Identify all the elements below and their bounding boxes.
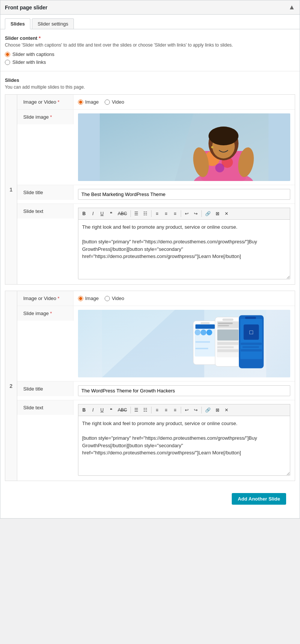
slide-2-quote-btn[interactable]: ❝	[107, 406, 115, 414]
tab-slider-settings[interactable]: Slider settings	[32, 18, 74, 29]
slide-1-content: Image or Video * Image Video	[17, 95, 295, 284]
slide-1-redo-btn[interactable]: ↪	[192, 210, 200, 218]
svg-rect-30	[218, 325, 229, 326]
svg-text:□: □	[249, 329, 253, 335]
slide-2-redo-btn[interactable]: ↪	[192, 406, 200, 414]
slide-2-align-center-btn[interactable]: ≡	[162, 406, 170, 414]
svg-rect-34	[218, 349, 238, 352]
slide-2-text-textarea[interactable]: The right look and feel to promote any p…	[78, 416, 290, 476]
toolbar-sep-3	[181, 210, 181, 217]
slide-2-title-input[interactable]	[78, 385, 290, 396]
slide-1-align-right-btn[interactable]: ≡	[171, 210, 179, 218]
slide-1-quote-btn[interactable]: ❝	[107, 210, 115, 218]
svg-rect-17	[195, 324, 215, 329]
slide-2-radio-image[interactable]: Image	[78, 296, 99, 301]
slide-2-content: Image or Video * Image Video	[17, 291, 295, 481]
slide-2-type-radio-group: Image Video	[78, 295, 290, 301]
svg-rect-41	[243, 346, 259, 348]
slide-1-unlink-btn[interactable]: ⊠	[213, 210, 222, 218]
svg-rect-21	[195, 338, 215, 340]
slider-content-title: Slider content *	[5, 35, 295, 41]
bottom-bar: Add Another Slide	[5, 487, 295, 512]
slide-1-image-video-field: Image Video	[74, 95, 295, 109]
slide-2-bold-btn[interactable]: B	[80, 406, 88, 414]
svg-rect-42	[241, 349, 262, 351]
add-another-slide-button[interactable]: Add Another Slide	[232, 493, 286, 505]
slide-1-image-label: Slide image *	[17, 110, 74, 124]
svg-rect-35	[222, 318, 233, 321]
slide-1-bold-btn[interactable]: B	[80, 210, 88, 218]
svg-rect-28	[218, 321, 238, 328]
slide-2-link-btn[interactable]: 🔗	[203, 406, 213, 414]
slide-1-strikethrough-btn[interactable]: ABC	[116, 210, 129, 218]
slide-2-title-field	[74, 382, 295, 400]
slide-number-1: 1	[5, 95, 17, 284]
slide-2-italic-btn[interactable]: I	[89, 406, 97, 414]
radio-captions-input[interactable]	[5, 52, 10, 57]
slide-1-align-center-btn[interactable]: ≡	[162, 210, 170, 218]
slide-1-ul-btn[interactable]: ☰	[132, 210, 141, 218]
slide-1-title-input[interactable]	[78, 189, 290, 200]
slide-1-text-textarea[interactable]: The right look and feel to promote any p…	[78, 219, 290, 279]
slide-2-image-label: Slide image *	[17, 306, 74, 321]
slider-content-desc: Choose 'Slider with captions' to add tit…	[5, 42, 295, 48]
slide-1-image-preview	[78, 113, 290, 181]
slide-2-image-video-field: Image Video	[74, 291, 295, 305]
slide-1-radio-image-input[interactable]	[78, 100, 83, 105]
slide-1-link-btn[interactable]: 🔗	[203, 210, 213, 218]
slide-2-undo-btn[interactable]: ↩	[183, 406, 191, 414]
slides-section-title: Slides	[5, 77, 295, 83]
tab-slides[interactable]: Slides	[5, 18, 30, 29]
slide-1-image-svg	[78, 113, 290, 181]
svg-point-18	[195, 330, 201, 336]
slide-2-align-left-btn[interactable]: ≡	[153, 406, 161, 414]
slide-1-italic-btn[interactable]: I	[89, 210, 97, 218]
widget-toggle-icon[interactable]: ▲	[288, 3, 295, 11]
svg-rect-29	[218, 323, 232, 324]
slide-1-image-video-label: Image or Video *	[17, 95, 74, 109]
slide-1-radio-image[interactable]: Image	[78, 99, 99, 105]
widget-header: Front page slider ▲	[0, 0, 300, 15]
widget-title: Front page slider	[5, 5, 48, 11]
slide-2-underline-btn[interactable]: U	[98, 406, 106, 414]
slide-2-strikethrough-btn[interactable]: ABC	[116, 406, 129, 414]
slide-1-close-btn[interactable]: ✕	[222, 210, 231, 218]
slide-2-radio-image-input[interactable]	[78, 296, 83, 301]
svg-rect-40	[241, 343, 262, 345]
tabs-bar: Slides Slider settings	[0, 15, 300, 29]
slide-1-image-field[interactable]	[74, 110, 295, 185]
radio-slider-with-links[interactable]: Slider with links	[5, 59, 295, 65]
slide-1-title-row: Slide title	[17, 185, 295, 204]
toolbar-sep-1	[130, 210, 131, 217]
slide-2-radio-video[interactable]: Video	[105, 296, 124, 301]
slide-1-undo-btn[interactable]: ↩	[183, 210, 191, 218]
toolbar-sep-7	[181, 407, 181, 413]
svg-point-9	[208, 127, 238, 145]
toolbar-sep-2	[151, 210, 152, 217]
slide-1-radio-video-input[interactable]	[105, 100, 110, 105]
slide-2-ul-btn[interactable]: ☰	[132, 406, 141, 414]
slide-2-title-row: Slide title	[17, 382, 295, 400]
toolbar-sep-6	[151, 407, 152, 413]
toolbar-sep-4	[201, 210, 202, 217]
toolbar-sep-5	[130, 407, 131, 413]
radio-slider-with-captions[interactable]: Slider with captions	[5, 51, 295, 57]
radio-links-input[interactable]	[5, 60, 10, 65]
slide-2-close-btn[interactable]: ✕	[222, 406, 231, 414]
slide-2-title-label: Slide title	[17, 382, 74, 396]
slide-1-radio-video[interactable]: Video	[105, 99, 124, 105]
slide-1-align-left-btn[interactable]: ≡	[153, 210, 161, 218]
slide-2-unlink-btn[interactable]: ⊠	[213, 406, 222, 414]
slide-2-align-right-btn[interactable]: ≡	[171, 406, 179, 414]
slide-2-ol-btn[interactable]: ☷	[141, 406, 150, 414]
slide-2-text-label: Slide text	[17, 400, 74, 415]
slide-2-text-row: Slide text B I U ❝ ABC ☰ ☷ ≡	[17, 400, 295, 481]
slide-2-image-field[interactable]: □	[74, 306, 295, 381]
widget-container: Front page slider ▲ Slides Slider settin…	[0, 0, 300, 519]
slide-2-text-field: B I U ❝ ABC ☰ ☷ ≡ ≡ ≡	[74, 400, 295, 481]
slide-1-underline-btn[interactable]: U	[98, 210, 106, 218]
slide-2-radio-video-input[interactable]	[105, 296, 110, 301]
slide-1-ol-btn[interactable]: ☷	[141, 210, 150, 218]
slide-2-image-row: Slide image *	[17, 306, 295, 382]
svg-rect-24	[195, 348, 208, 349]
